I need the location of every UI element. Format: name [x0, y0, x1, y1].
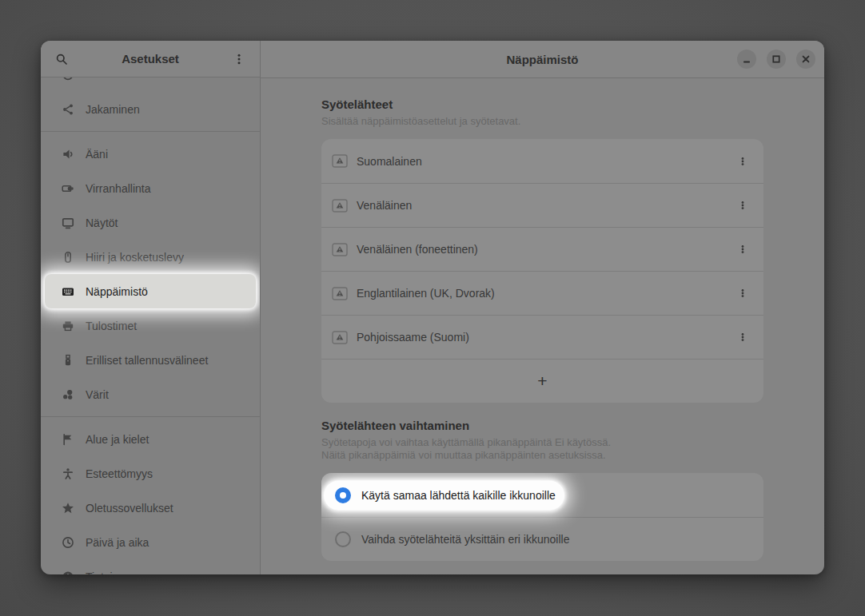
sidebar-item-hiiri[interactable]: Hiiri ja kosketuslevy	[45, 240, 256, 274]
sidebar-item-label: Ääni	[86, 148, 108, 161]
sidebar-nav-list: Jakaminen Ääni Virranhallinta Näytöt	[41, 77, 260, 574]
sidebar-item-label: Virranhallinta	[86, 182, 150, 195]
option-per-window-row[interactable]: Vaihda syötelähteitä yksittäin eri ikkun…	[321, 517, 763, 561]
sidebar-item-label: Oletussovellukset	[86, 502, 173, 515]
display-icon	[62, 217, 74, 229]
option-same-source-row[interactable]: Käytä samaa lähdettä kaikille ikkunoille	[321, 473, 763, 517]
primary-menu-button[interactable]	[229, 49, 249, 70]
input-source-row[interactable]: Pohjoissaame (Suomi)	[321, 315, 763, 359]
share-icon	[62, 103, 74, 116]
switching-options-list: Käytä samaa lähdettä kaikille ikkunoille…	[321, 473, 763, 561]
image-missing-icon	[332, 243, 348, 256]
radio-selected[interactable]	[335, 487, 351, 503]
input-source-label: Venäläinen (foneettinen)	[357, 243, 733, 256]
sidebar-item-paiva-ja-aika[interactable]: Päivä ja aika	[45, 525, 256, 559]
image-missing-icon	[332, 199, 348, 213]
image-missing-icon	[332, 287, 348, 300]
sidebar-separator	[41, 416, 260, 417]
sidebar-item-label: Näytöt	[86, 217, 118, 229]
switching-description-line1: Syötetapoja voi vaihtaa käyttämällä pika…	[321, 436, 763, 449]
switching-description-line2: Näitä pikanäppäimiä voi muuttaa pikanäpp…	[321, 449, 763, 462]
sidebar-item-label: Alue ja kielet	[86, 433, 149, 446]
kebab-icon	[736, 243, 749, 256]
sidebar-item-aani[interactable]: Ääni	[45, 137, 256, 171]
sidebar: Asetukset Jakaminen	[41, 41, 261, 574]
input-sources-title: Syötelähteet	[321, 97, 763, 112]
input-source-row[interactable]: Englantilainen (UK, Dvorak)	[321, 271, 763, 315]
sidebar-item-label: Päivä ja aika	[86, 536, 149, 549]
main-content: Syötelähteet Sisältää näppäimistöasettel…	[261, 78, 824, 574]
option-label: Vaihda syötelähteitä yksittäin eri ikkun…	[361, 533, 569, 546]
sidebar-item-jakaminen[interactable]: Jakaminen	[45, 92, 256, 126]
sidebar-item-naytot[interactable]: Näytöt	[45, 205, 256, 240]
kebab-icon	[736, 155, 749, 168]
input-source-row[interactable]: Venäläinen (foneettinen)	[321, 227, 763, 271]
color-circles-icon	[62, 388, 74, 401]
window-controls	[737, 41, 815, 77]
sidebar-item-label: Tietoja	[86, 570, 119, 575]
sidebar-item-label: Esteettömyys	[86, 467, 153, 480]
close-button[interactable]	[796, 50, 815, 69]
sidebar-item-tallennusvalineet[interactable]: Erilliset tallennusvälineet	[45, 343, 256, 377]
input-source-menu-button[interactable]	[733, 284, 752, 303]
kebab-menu-icon	[233, 53, 245, 66]
sidebar-title: Asetukset	[72, 52, 229, 66]
input-source-row[interactable]: Suomalainen	[321, 139, 763, 183]
printer-icon	[62, 320, 74, 332]
sidebar-item-alue-ja-kielet[interactable]: Alue ja kielet	[45, 422, 256, 456]
maximize-icon	[770, 53, 783, 66]
star-icon	[62, 502, 74, 515]
sidebar-item-label: Tulostimet	[86, 320, 137, 332]
sidebar-item-partial[interactable]	[45, 77, 256, 92]
input-source-menu-button[interactable]	[733, 328, 752, 347]
sidebar-item-esteettomyys[interactable]: Esteettömyys	[45, 456, 256, 491]
sidebar-separator	[41, 131, 260, 132]
kebab-icon	[736, 287, 749, 300]
image-missing-icon	[332, 331, 348, 344]
input-source-menu-button[interactable]	[733, 240, 752, 259]
battery-icon	[62, 182, 74, 195]
search-icon	[55, 53, 68, 66]
sidebar-item-virranhallinta[interactable]: Virranhallinta	[45, 171, 256, 205]
sidebar-item-oletussovellukset[interactable]: Oletussovellukset	[45, 491, 256, 525]
sidebar-item-varit[interactable]: Värit	[45, 377, 256, 411]
sidebar-item-label: Erilliset tallennusvälineet	[86, 354, 208, 367]
settings-window: Asetukset Jakaminen	[41, 41, 824, 574]
sidebar-item-label: Värit	[86, 388, 109, 401]
plus-icon: +	[537, 372, 547, 391]
usb-stick-icon	[62, 354, 74, 367]
sidebar-item-label: Näppäimistö	[86, 285, 148, 298]
input-source-menu-button[interactable]	[733, 196, 752, 215]
option-label: Käytä samaa lähdettä kaikille ikkunoille	[361, 489, 556, 502]
minimize-button[interactable]	[737, 50, 756, 69]
minimize-icon	[740, 53, 753, 66]
accessibility-icon	[62, 467, 74, 480]
input-source-label: Englantilainen (UK, Dvorak)	[357, 287, 733, 300]
input-sources-subtitle: Sisältää näppäimistöasettelut ja syöteta…	[321, 115, 763, 128]
search-button[interactable]	[51, 49, 72, 70]
clock-icon	[62, 536, 74, 549]
sidebar-item-label: Hiiri ja kosketuslevy	[86, 251, 184, 264]
input-source-menu-button[interactable]	[733, 152, 752, 171]
sidebar-item-tietoja[interactable]: Tietoja	[45, 559, 256, 574]
image-missing-icon	[332, 154, 348, 168]
mouse-icon	[62, 251, 74, 264]
radio-unselected[interactable]	[335, 531, 351, 547]
switching-title: Syötelähteen vaihtaminen	[321, 419, 763, 433]
sidebar-item-nappaimisto[interactable]: Näppäimistö	[45, 274, 256, 308]
keyboard-icon	[62, 285, 74, 298]
input-sources-list: Suomalainen Venäläinen	[321, 139, 763, 403]
sidebar-item-tulostimet[interactable]: Tulostimet	[45, 308, 256, 343]
input-source-label: Suomalainen	[357, 155, 733, 168]
close-icon	[799, 53, 812, 66]
speaker-icon	[62, 148, 74, 161]
page-title: Näppäimistö	[506, 53, 578, 66]
kebab-icon	[736, 331, 749, 344]
kebab-icon	[736, 199, 749, 212]
sidebar-headerbar: Asetukset	[41, 41, 260, 77]
info-icon	[62, 570, 74, 575]
input-source-label: Venäläinen	[357, 199, 733, 212]
maximize-button[interactable]	[767, 50, 786, 69]
input-source-row[interactable]: Venäläinen	[321, 183, 763, 227]
add-input-source-button[interactable]: +	[321, 359, 763, 403]
